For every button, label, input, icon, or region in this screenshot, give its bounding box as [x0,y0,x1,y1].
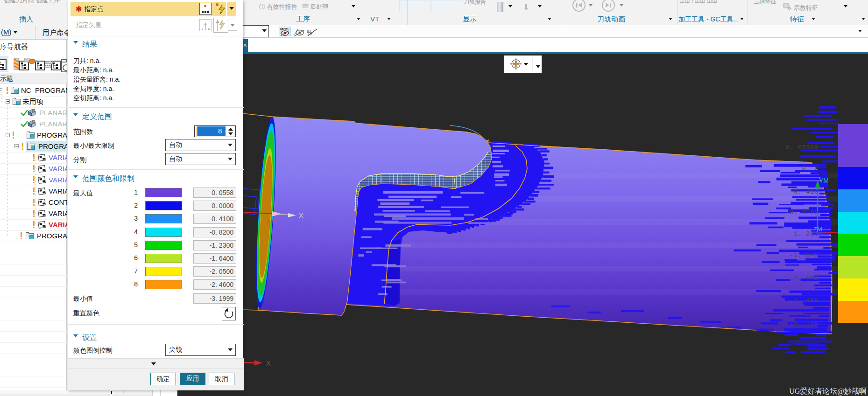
svg-text:XM: XM [267,217,276,225]
svg-text:-2. 460: -2. 460 [790,297,819,304]
svg-text:X: X [266,360,271,367]
svg-text:-3. 200: -3. 200 [790,320,819,327]
svg-text:X: X [299,211,303,219]
svg-text:0. 0: 0. 0 [802,165,819,172]
svg-text:0. 05590: 0. 05590 [786,144,819,151]
svg-text:-1. 640: -1. 640 [790,252,819,259]
svg-text:-2. 050: -2. 050 [790,275,819,282]
svg-text:UG爱好者论坛@妙哉啊: UG爱好者论坛@妙哉啊 [789,387,867,396]
svg-text:-1. 230: -1. 230 [790,230,819,237]
svg-text:-0. 8200: -0. 8200 [786,209,819,216]
svg-text:YM: YM [819,177,829,184]
svg-text:-0. 410: -0. 410 [790,188,819,195]
